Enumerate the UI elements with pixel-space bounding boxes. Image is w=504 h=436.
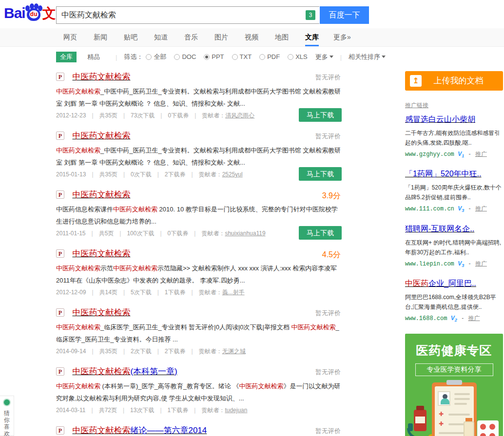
ad-promo-link[interactable]: 推广 xyxy=(475,205,487,212)
filter-radio-pdf[interactable]: PDF xyxy=(259,53,280,60)
filter-options: 全部DOCPPTTXTPDFXLS xyxy=(146,53,315,60)
contributor-link[interactable]: 義...射手 xyxy=(222,289,245,296)
radio-icon xyxy=(259,54,265,60)
result-meta: 2014-09-14|共35页|2次下载|2下载券|贡献者：无渊之城 xyxy=(56,347,342,356)
result-snippet: 中医药文献检索_中医中药_医药卫生_专业资料。文献检索与利用成都中医药大学图书馆… xyxy=(56,85,342,110)
pill-blister-icon xyxy=(477,420,499,436)
search-count-badge: 3 xyxy=(306,10,315,20)
ad-description: 二千年古方,能有效防治流感和感冒引起的头痛,发烧,四肢酸,呕.. xyxy=(405,128,503,148)
search-result-item: P 中医药文献检索(本科第一章) 暂无评价 中医药文献检索 (本科第一章)_医学… xyxy=(56,366,342,415)
result-title-link[interactable]: 中医药文献检索 xyxy=(72,131,130,140)
result-title-link[interactable]: 中医药文献检索(本科第一章) xyxy=(72,367,177,376)
radio-icon xyxy=(174,54,180,60)
dash: - xyxy=(462,315,464,322)
nav-item-5[interactable]: 图片 xyxy=(214,28,228,46)
contributor-link[interactable]: 清风恋雨心 xyxy=(225,112,254,119)
nav-item-3[interactable]: 知道 xyxy=(154,28,168,46)
nav-items: 网页新闻贴吧知道音乐图片视频地图文库 xyxy=(0,33,319,41)
nav-item-7[interactable]: 地图 xyxy=(275,28,289,46)
promoted-ad: 猎聘网-互联网名企.. 在互联网+ 的时代,猎聘网中高端招聘,年薪30万起的工作… xyxy=(405,224,503,268)
ad-url: www.liepin.com xyxy=(405,261,454,267)
banner-illustration: ✚ ✚ xyxy=(405,377,503,436)
banner-title: 医药健康专区 xyxy=(405,342,503,359)
result-title-link[interactable]: 中医药文献检索 xyxy=(72,249,130,258)
result-rating: 暂无评价 xyxy=(315,368,341,377)
nav-item-1[interactable]: 新闻 xyxy=(94,28,107,46)
download-button[interactable]: 马上下载 xyxy=(299,167,342,181)
header: Baidu文库 3 百度一下 xyxy=(0,0,504,28)
result-title-link[interactable]: 中医药文献检索 xyxy=(72,308,130,317)
result-title-link[interactable]: 中医药文献检索 xyxy=(72,72,130,81)
ad-url: www.gzghyy.com xyxy=(405,151,454,158)
chevron-down-icon xyxy=(382,56,386,58)
nav-more-link[interactable]: 更多» xyxy=(333,28,351,46)
ad-url: www.111.com.cn xyxy=(405,206,454,212)
ad-title-link[interactable]: 感冒选白云山小柴胡 xyxy=(405,114,475,125)
result-rating: 4.5分 xyxy=(322,250,341,260)
ad-title-link[interactable]: 「1药网」520年中狂.. xyxy=(405,169,481,179)
radio-icon xyxy=(146,54,152,60)
promo-links-label[interactable]: 推广链接 xyxy=(405,101,428,110)
ppt-file-icon: P xyxy=(56,426,64,435)
search-result-item: P 中医药文献检索 暂无评价 中医药文献检索_临床医学_医药卫生_专业资料 暂无… xyxy=(56,307,342,356)
promoted-ad: 「1药网」520年中狂.. 「1药网」520周年庆火爆狂欢,数十个品牌5.2折促… xyxy=(405,169,503,213)
contributor-link[interactable]: tudejuan xyxy=(225,407,247,414)
nav-item-6[interactable]: 视频 xyxy=(245,28,258,46)
result-rating: 3.9分 xyxy=(322,191,341,201)
ad-title-link[interactable]: 猎聘网-互联网名企.. xyxy=(405,224,474,234)
search-result-item: P 中医药文献检索 3.9分 中医药信息检索课件中医药文献检索 2010. 10… xyxy=(56,189,342,238)
nav-item-2[interactable]: 贴吧 xyxy=(124,28,137,46)
filter-more-dropdown[interactable]: 更多 xyxy=(315,53,333,61)
ad-promo-link[interactable]: 推广 xyxy=(475,151,487,157)
download-button[interactable]: 马上下载 xyxy=(299,226,342,240)
guess-you-like-label: 猜你喜欢 xyxy=(0,410,14,436)
filter-all-button[interactable]: 全库 xyxy=(56,52,77,62)
filter-radio-doc[interactable]: DOC xyxy=(174,53,196,60)
result-title-link[interactable]: 中医药文献检索绪论——第六章2014 xyxy=(72,426,207,435)
result-rating: 暂无评价 xyxy=(315,309,341,318)
filter-radio-xls[interactable]: XLS xyxy=(288,53,308,60)
v-badge-icon: V3 xyxy=(458,205,464,212)
baidu-paw-icon: du xyxy=(25,4,42,21)
result-snippet: 中医药信息检索课件中医药文献检索 2010. 10 教学目标是一门比较系统、完整… xyxy=(56,203,342,227)
guess-you-like-widget[interactable]: 猜你喜欢 xyxy=(0,396,14,436)
search-result-item: P 中医药文献检索 4.5分 中医药文献检索示范中医药文献检索示范隐藏>> 文献… xyxy=(56,248,342,297)
ad-promo-link[interactable]: 推广 xyxy=(468,315,480,322)
v-badge-icon: V2 xyxy=(451,315,457,322)
dash: - xyxy=(469,151,471,157)
result-title-link[interactable]: 中医药文献检索 xyxy=(72,190,130,199)
ad-promo-link[interactable]: 推广 xyxy=(475,260,487,267)
divider: | xyxy=(116,54,117,61)
radio-icon xyxy=(204,54,210,60)
contributor-link[interactable]: 2525yul xyxy=(222,171,243,178)
nav-item-4[interactable]: 音乐 xyxy=(184,28,198,46)
pill-bottle-icon xyxy=(464,421,474,436)
filter-premium-button[interactable]: 精品 xyxy=(87,53,100,61)
contributor-link[interactable]: shuixianhua119 xyxy=(225,230,265,237)
banner-subtitle: 专业医学资料分享 xyxy=(415,363,493,376)
nav-item-8[interactable]: 文库 xyxy=(305,28,319,46)
ppt-file-icon: P xyxy=(56,249,64,258)
radio-icon xyxy=(232,54,238,60)
contributor-link[interactable]: 无渊之城 xyxy=(222,348,246,355)
ppt-file-icon: P xyxy=(56,73,64,81)
ad-url: www.1688.com xyxy=(405,315,447,322)
sort-dropdown[interactable]: 相关性排序 xyxy=(349,53,386,61)
health-zone-banner-ad[interactable]: 医药健康专区 专业医学资料分享 xyxy=(405,334,503,436)
search-button[interactable]: 百度一下 xyxy=(320,6,369,24)
filter-radio-全部[interactable]: 全部 xyxy=(146,53,166,61)
ad-title-link[interactable]: 中医药企业_阿里巴.. xyxy=(405,279,476,289)
filter-radio-txt[interactable]: TXT xyxy=(232,53,252,60)
search-result-item: P 中医药文献检索 暂无评价 中医药文献检索_中医中药_医药卫生_专业资料。文献… xyxy=(56,71,342,120)
filter-radio-ppt[interactable]: PPT xyxy=(204,53,224,60)
upload-document-button[interactable]: ↥ 上传我的文档 xyxy=(405,71,503,91)
search-input[interactable] xyxy=(56,6,319,24)
filter-bar: 全库精品|筛选：全部DOCPPTTXTPDFXLS更多|相关性排序 xyxy=(56,52,446,63)
logo-bai-text: Bai xyxy=(4,5,25,21)
result-rating: 暂无评价 xyxy=(315,427,341,436)
download-button[interactable]: 马上下载 xyxy=(299,108,342,122)
sidebar: ↥ 上传我的文档 推广链接 感冒选白云山小柴胡 二千年古方,能有效防治流感和感冒… xyxy=(405,71,503,436)
v-badge-icon: V1 xyxy=(458,151,464,157)
medicine-bottle-icon xyxy=(414,410,426,431)
nav-item-0[interactable]: 网页 xyxy=(63,28,77,46)
